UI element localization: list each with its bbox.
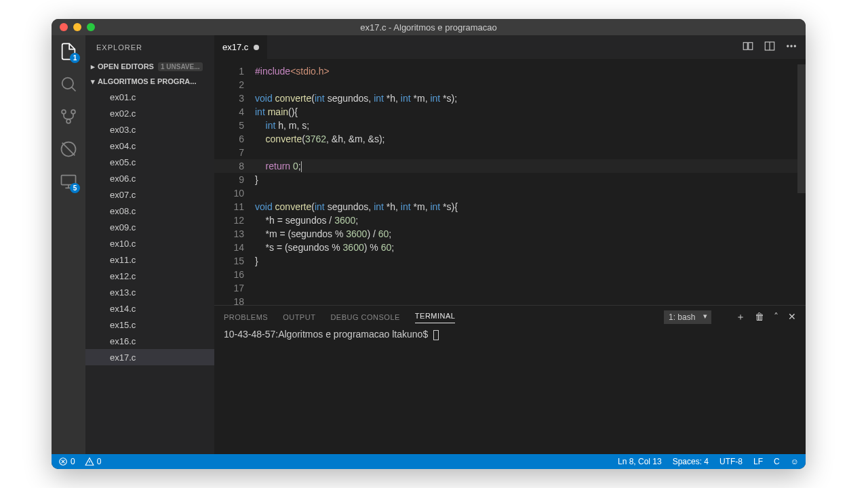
open-editors-label: OPEN EDITORS bbox=[98, 62, 154, 70]
unsaved-badge: 1 UNSAVE... bbox=[158, 62, 203, 71]
file-item[interactable]: ex16.c bbox=[85, 333, 214, 349]
file-item[interactable]: ex15.c bbox=[85, 317, 214, 333]
bottom-panel: PROBLEMS OUTPUT DEBUG CONSOLE TERMINAL 1… bbox=[214, 305, 806, 454]
terminal-body[interactable]: 10-43-48-57:Algoritmos e programacao lta… bbox=[214, 329, 806, 454]
scrollbar-thumb[interactable] bbox=[797, 64, 806, 193]
file-item[interactable]: ex13.c bbox=[85, 284, 214, 300]
svg-point-1 bbox=[62, 110, 66, 114]
split-editor-icon[interactable] bbox=[764, 40, 776, 55]
source-control-icon[interactable] bbox=[59, 107, 78, 126]
code-editor[interactable]: 123456789101112131415161718 #include<std… bbox=[214, 59, 806, 305]
chevron-right-icon: ▸ bbox=[88, 62, 98, 71]
current-line-highlight bbox=[214, 159, 797, 173]
open-editors-section[interactable]: ▸ OPEN EDITORS 1 UNSAVE... bbox=[85, 59, 214, 74]
file-item[interactable]: ex02.c bbox=[85, 105, 214, 121]
chevron-down-icon: ▾ bbox=[88, 77, 98, 86]
file-item[interactable]: ex01.c bbox=[85, 89, 214, 105]
tab-problems[interactable]: PROBLEMS bbox=[224, 313, 268, 321]
sidebar-title: EXPLORER bbox=[85, 35, 214, 59]
kill-terminal-icon[interactable]: 🗑 bbox=[755, 311, 764, 323]
svg-point-10 bbox=[791, 45, 792, 46]
status-ln-col[interactable]: Ln 8, Col 13 bbox=[618, 457, 662, 466]
status-errors[interactable]: 0 bbox=[58, 457, 75, 466]
editor-area: ex17.c 123456789101112131415161718 #incl… bbox=[214, 35, 806, 454]
feedback-icon[interactable]: ☺ bbox=[791, 457, 799, 466]
more-icon[interactable] bbox=[785, 40, 797, 55]
tab-debug-console[interactable]: DEBUG CONSOLE bbox=[330, 313, 399, 321]
editor-actions bbox=[742, 35, 806, 59]
svg-point-11 bbox=[794, 45, 795, 46]
status-spaces[interactable]: Spaces: 4 bbox=[673, 457, 709, 466]
svg-point-9 bbox=[787, 45, 789, 46]
tab-output[interactable]: OUTPUT bbox=[283, 313, 315, 321]
code-lines: #include<stdio.h> void converte(int segu… bbox=[255, 59, 806, 305]
vscode-window: ex17.c - Algoritmos e programacao 1 5 bbox=[52, 19, 806, 469]
svg-rect-7 bbox=[749, 42, 753, 49]
svg-point-2 bbox=[71, 110, 75, 114]
search-icon[interactable] bbox=[59, 75, 78, 94]
terminal-cursor bbox=[433, 330, 439, 340]
file-item[interactable]: ex05.c bbox=[85, 154, 214, 170]
tab-terminal[interactable]: TERMINAL bbox=[415, 312, 456, 323]
tab-label: ex17.c bbox=[222, 42, 248, 52]
panel-tabs: PROBLEMS OUTPUT DEBUG CONSOLE TERMINAL 1… bbox=[214, 306, 806, 329]
file-item[interactable]: ex12.c bbox=[85, 268, 214, 284]
folder-section[interactable]: ▾ ALGORITMOS E PROGRA... bbox=[85, 74, 214, 89]
file-item[interactable]: ex14.c bbox=[85, 300, 214, 317]
maximize-panel-icon[interactable]: ˄ bbox=[774, 311, 778, 323]
file-item[interactable]: ex06.c bbox=[85, 170, 214, 186]
tab-ex17[interactable]: ex17.c bbox=[214, 35, 267, 59]
new-terminal-icon[interactable]: ＋ bbox=[736, 311, 745, 323]
line-gutter: 123456789101112131415161718 bbox=[214, 59, 255, 305]
terminal-prompt: 10-43-48-57:Algoritmos e programacao lta… bbox=[224, 329, 431, 340]
file-item[interactable]: ex17.c bbox=[85, 349, 214, 365]
unsaved-dot-icon bbox=[254, 45, 259, 50]
editor-tabs: ex17.c bbox=[214, 35, 806, 59]
remote-badge: 5 bbox=[70, 183, 80, 193]
explorer-badge: 1 bbox=[70, 53, 80, 63]
explorer-sidebar: EXPLORER ▸ OPEN EDITORS 1 UNSAVE... ▾ AL… bbox=[85, 35, 214, 454]
status-bar: 0 0 Ln 8, Col 13 Spaces: 4 UTF-8 LF C ☺ bbox=[52, 454, 806, 469]
file-item[interactable]: ex09.c bbox=[85, 219, 214, 235]
status-encoding[interactable]: UTF-8 bbox=[719, 457, 743, 466]
status-language[interactable]: C bbox=[774, 457, 780, 466]
close-panel-icon[interactable]: ✕ bbox=[788, 311, 796, 323]
file-list: ex01.cex02.cex03.cex04.cex05.cex06.cex07… bbox=[85, 89, 214, 365]
file-item[interactable]: ex07.c bbox=[85, 186, 214, 203]
svg-point-0 bbox=[62, 78, 73, 89]
file-item[interactable]: ex04.c bbox=[85, 138, 214, 154]
activity-bar: 1 5 bbox=[52, 35, 85, 454]
titlebar: ex17.c - Algoritmos e programacao bbox=[52, 19, 806, 35]
file-item[interactable]: ex08.c bbox=[85, 203, 214, 219]
remote-icon[interactable]: 5 bbox=[59, 172, 78, 191]
explorer-icon[interactable]: 1 bbox=[59, 42, 78, 61]
debug-icon[interactable] bbox=[59, 140, 78, 159]
svg-rect-6 bbox=[743, 42, 747, 49]
compare-icon[interactable] bbox=[742, 40, 754, 55]
svg-point-3 bbox=[66, 119, 71, 123]
status-warnings[interactable]: 0 bbox=[85, 457, 102, 466]
file-item[interactable]: ex03.c bbox=[85, 121, 214, 138]
status-eol[interactable]: LF bbox=[753, 457, 763, 466]
window-title: ex17.c - Algoritmos e programacao bbox=[52, 22, 806, 33]
terminal-selector[interactable]: 1: bash bbox=[664, 310, 711, 324]
file-item[interactable]: ex11.c bbox=[85, 251, 214, 268]
file-item[interactable]: ex10.c bbox=[85, 235, 214, 251]
folder-label: ALGORITMOS E PROGRA... bbox=[98, 77, 196, 85]
